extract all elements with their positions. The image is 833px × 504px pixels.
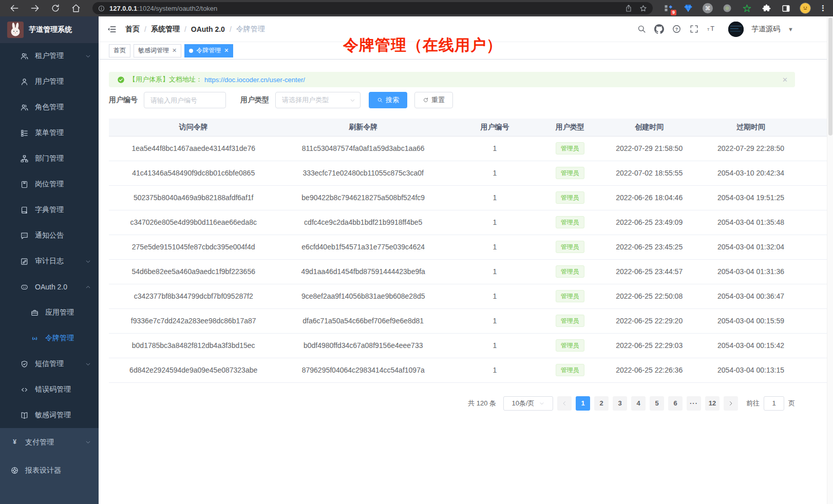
sidebar-item-role[interactable]: 角色管理 [0, 94, 99, 120]
app-logo[interactable]: 芋道管理系统 [0, 16, 99, 43]
font-size-icon[interactable]: TT [707, 24, 716, 34]
chevron-down-icon [349, 97, 356, 104]
user-id-input[interactable] [144, 92, 226, 108]
bookmark-star-icon[interactable] [639, 4, 648, 13]
browser-home-icon[interactable] [71, 3, 81, 13]
tab-oauth2-token[interactable]: 令牌管理✕ [184, 44, 233, 57]
created-time-cell: 2022-07-29 21:58:50 [599, 136, 700, 161]
user-id-cell: 1 [448, 136, 541, 161]
notice-icon [20, 231, 29, 240]
url-host: 127.0.0.1 [109, 5, 137, 12]
page-more-button[interactable]: ··· [687, 396, 701, 411]
chevron-icon [85, 361, 91, 367]
breadcrumb-item-home[interactable]: 首页 [125, 25, 140, 34]
sidebar-item-post[interactable]: 岗位管理 [0, 171, 99, 197]
fullscreen-icon[interactable] [689, 24, 699, 34]
sidebar-item-oauth2-app[interactable]: 应用管理 [0, 300, 99, 325]
page-button-4[interactable]: 4 [631, 396, 646, 411]
access-token-cell: 54d6be82ee5a460a9aedc1f9bf223656 [109, 259, 278, 284]
user-id-cell: 1 [448, 235, 541, 259]
page-button-3[interactable]: 3 [613, 396, 627, 411]
reset-button[interactable]: 重置 [414, 92, 453, 108]
breadcrumb-item-system[interactable]: 系统管理 [151, 25, 180, 34]
scrollbar-thumb[interactable] [828, 17, 832, 135]
user-menu-caret-icon[interactable]: ▼ [788, 26, 793, 32]
extension-command-icon[interactable]: ⌘ [702, 3, 713, 14]
table-row: 41c41346a548490f9dc8b01c6bfe0865333ecfc7… [109, 161, 833, 185]
sidebar-item-audit-log[interactable]: 审计日志 [0, 248, 99, 274]
alert-close-icon[interactable]: ✕ [782, 76, 788, 84]
sidebar-toggle-icon[interactable] [780, 3, 791, 14]
access-token-cell: 6d842e2924594de9a09e45e087323abe [109, 358, 278, 382]
browser-back-icon[interactable] [9, 3, 20, 13]
sidebar-item-error-code[interactable]: 错误码管理 [0, 377, 99, 402]
sidebar-item-pay[interactable]: 支付管理 [0, 428, 99, 456]
sidebar-item-menu[interactable]: 菜单管理 [0, 120, 99, 146]
doc-link[interactable]: https://doc.iocoder.cn/user-center/ [204, 76, 305, 84]
extension-star-icon[interactable] [741, 3, 752, 14]
profile-avatar-icon[interactable] [800, 3, 811, 14]
share-icon[interactable] [624, 4, 633, 12]
column-header: 创建时间 [599, 119, 700, 136]
sidebar-item-user[interactable]: 用户管理 [0, 69, 99, 94]
logo-avatar [7, 22, 24, 38]
extension-gem-icon[interactable] [683, 3, 694, 14]
page-button-5[interactable]: 5 [650, 396, 664, 411]
tab-home[interactable]: 首页 [109, 44, 130, 57]
username[interactable]: 芋道源码 [751, 25, 780, 34]
user-type-badge: 管理员 [556, 290, 584, 302]
sensitive-icon [20, 411, 29, 420]
goto-page-input[interactable] [764, 396, 784, 411]
prev-page-button[interactable] [557, 396, 572, 411]
extension-blocks-icon[interactable]: 9 [663, 3, 674, 14]
search-button[interactable]: 搜索 [369, 92, 407, 108]
url-bar[interactable]: 127.0.0.1:1024/system/oauth2/token [92, 2, 653, 14]
user-type-select[interactable]: 请选择用户类型 [275, 92, 361, 108]
sidebar-item-notice[interactable]: 通知公告 [0, 223, 99, 248]
help-icon[interactable]: ? [672, 24, 681, 34]
svg-text:T: T [707, 27, 710, 32]
page-button-6[interactable]: 6 [668, 396, 683, 411]
sms-icon [20, 360, 29, 369]
token-icon [30, 334, 39, 343]
sidebar-item-sensitive-word[interactable]: 敏感词管理 [0, 402, 99, 428]
refresh-token-cell: dfa6c71a50a54c66bef706ef9e6e8d81 [278, 308, 448, 333]
sidebar-item-oauth2[interactable]: OAuth 2.0 [0, 274, 99, 300]
user-id-cell: 1 [448, 358, 541, 382]
sidebar-collapse-icon[interactable] [107, 24, 117, 34]
page-size-select[interactable]: 10条/页 [503, 396, 553, 411]
sidebar-item-tenant[interactable]: 租户管理 [0, 43, 99, 69]
page-button-12[interactable]: 12 [705, 396, 720, 411]
user-avatar[interactable] [728, 22, 744, 37]
access-token-cell: 41c41346a548490f9dc8b01c6bfe0865 [109, 161, 278, 185]
breadcrumb: 首页/ 系统管理/ OAuth 2.0/ 令牌管理 [125, 25, 265, 34]
search-icon[interactable] [637, 24, 647, 34]
browser-menu-icon[interactable]: ⋮ [819, 4, 827, 13]
page-button-1[interactable]: 1 [576, 396, 590, 411]
tab-close-icon[interactable]: ✕ [224, 47, 229, 54]
sidebar-item-sms[interactable]: 短信管理 [0, 351, 99, 377]
next-page-button[interactable] [724, 396, 738, 411]
github-icon[interactable] [654, 24, 664, 34]
access-token-cell: 275e5de9151045fe87cbdc395e004f4d [109, 235, 278, 259]
column-header: 用户编号 [448, 119, 541, 136]
tab-label: 敏感词管理 [138, 46, 169, 55]
tab-sensitive-word[interactable]: 敏感词管理✕ [134, 44, 181, 57]
sidebar-item-oauth2-token[interactable]: 令牌管理 [0, 325, 99, 351]
oauth-icon [20, 283, 29, 292]
tab-close-icon[interactable]: ✕ [172, 47, 177, 54]
breadcrumb-item-oauth2[interactable]: OAuth 2.0 [191, 25, 225, 33]
user-type-badge: 管理员 [556, 364, 584, 376]
extension-record-icon[interactable] [722, 3, 733, 14]
extensions-puzzle-icon[interactable] [761, 3, 772, 14]
user-type-cell: 管理员 [541, 185, 599, 210]
browser-reload-icon[interactable] [50, 3, 61, 13]
sidebar-item-dict[interactable]: 字典管理 [0, 197, 99, 223]
page-scrollbar[interactable] [827, 16, 833, 504]
site-info-icon[interactable] [98, 5, 105, 12]
sidebar-item-dept[interactable]: 部门管理 [0, 146, 99, 171]
browser-forward-icon[interactable] [30, 3, 40, 13]
sidebar-item-report-designer[interactable]: 报表设计器 [0, 456, 99, 484]
user-type-badge: 管理员 [556, 142, 584, 154]
page-button-2[interactable]: 2 [594, 396, 609, 411]
